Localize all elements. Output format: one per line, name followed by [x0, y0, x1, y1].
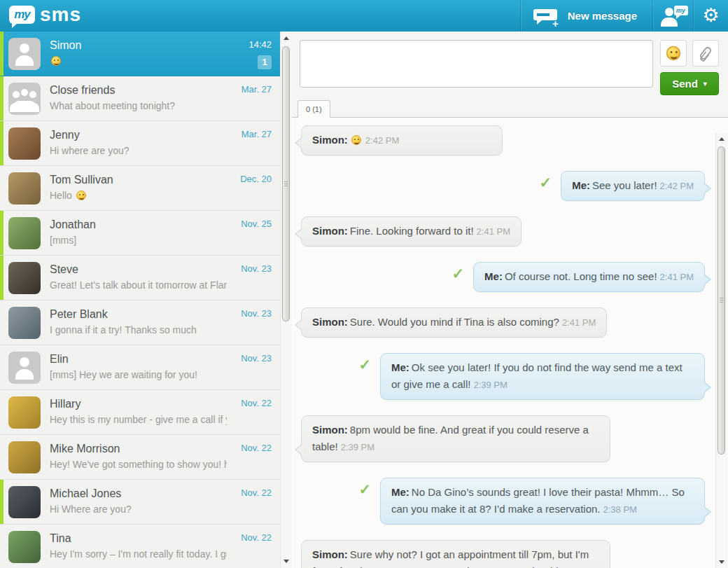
- message-text: Of course not. Long time no see!: [505, 270, 657, 282]
- incoming-message-bubble: Simon:2:42 PM: [301, 125, 503, 155]
- conversation-row[interactable]: Tom SullivanHello Dec. 20: [0, 166, 280, 211]
- message-preview: Great! Let's talk about it tomorrow at F…: [50, 279, 227, 292]
- send-button[interactable]: Send ▾: [660, 72, 719, 95]
- conversation-date: Nov. 22: [227, 487, 272, 499]
- chat-panel: Send ▾ 0 (1) Simon:2:42 PM✓Me:See you la…: [292, 32, 728, 568]
- conversation-row[interactable]: HillaryHey this is my number - give me a…: [0, 390, 280, 435]
- message-sender: Me:: [484, 270, 503, 282]
- emoji-button[interactable]: [660, 40, 687, 67]
- message-input[interactable]: [300, 40, 653, 88]
- incoming-message-bubble: Simon:8pm would be fine. And great if yo…: [301, 415, 610, 462]
- conversation-meta: Nov. 22: [227, 441, 272, 479]
- smiley-emoji-icon: [76, 191, 86, 200]
- conversation-meta: Dec. 20: [227, 172, 272, 210]
- attachment-icon: [699, 46, 713, 61]
- conversation-row[interactable]: Simon14:421: [0, 32, 280, 76]
- mysms-contacts-button[interactable]: my: [652, 0, 693, 32]
- conversation-row[interactable]: Elin[mms] Hey we are waiting for you!Nov…: [0, 345, 280, 390]
- message-sender: Me:: [391, 486, 410, 498]
- delivered-check-icon: ✓: [358, 482, 371, 497]
- conversation-row[interactable]: Mike MorrisonHey! We've got something to…: [0, 435, 280, 480]
- conversation-row[interactable]: Michael JonesHi Where are you?Nov. 22: [0, 480, 280, 525]
- avatar-photo: [8, 127, 41, 160]
- conversation-info: JennyHi where are you?: [50, 127, 227, 165]
- conversation-info: Close friendsWhat about meeting tonight?: [50, 83, 227, 120]
- conversation-date: Nov. 23: [227, 263, 272, 275]
- conversation-meta: Mar. 27: [227, 83, 272, 120]
- message: Simon:Sure why not? I got an appointment…: [301, 540, 705, 568]
- avatar-photo: [8, 531, 41, 563]
- avatar-photo: [8, 441, 41, 473]
- scroll-up-arrow[interactable]: [716, 134, 727, 144]
- conversation-row[interactable]: Peter BlankI gonna if it a try! Thanks s…: [0, 300, 280, 345]
- scroll-down-arrow[interactable]: [281, 556, 292, 567]
- conversation-date: Nov. 22: [227, 443, 272, 454]
- compose-area: Send ▾: [300, 40, 719, 95]
- contact-name: Tom Sullivan: [50, 173, 227, 187]
- contact-name: Steve: [50, 263, 227, 277]
- message-preview: [mms] Hey we are waiting for you!: [50, 368, 227, 382]
- sidebar-scrollbar-thumb[interactable]: [282, 46, 290, 321]
- message-time: 2:39 PM: [341, 442, 374, 452]
- attach-button[interactable]: [692, 40, 719, 67]
- send-label: Send: [672, 78, 698, 90]
- incoming-message-bubble: Simon:Sure why not? I got an appointment…: [301, 540, 610, 568]
- char-counter-tab[interactable]: 0 (1): [298, 100, 330, 118]
- scroll-down-arrow[interactable]: [716, 557, 727, 567]
- message: Simon:Fine. Looking forward to it!2:41 P…: [301, 216, 705, 247]
- conversation-row[interactable]: SteveGreat! Let's talk about it tomorrow…: [0, 256, 280, 300]
- contact-name: Tina: [50, 532, 227, 546]
- new-message-button[interactable]: + New message: [520, 0, 652, 32]
- conversation-meta: Nov. 22: [227, 531, 272, 568]
- message-sender: Simon:: [312, 424, 348, 436]
- new-message-label: New message: [568, 10, 637, 22]
- conversation-info: Peter BlankI gonna if it a try! Thanks s…: [50, 307, 227, 345]
- incoming-message-bubble: Simon:Fine. Looking forward to it!2:41 P…: [301, 216, 522, 247]
- message: ✓Me:Of course not. Long time no see!2:41…: [301, 262, 705, 292]
- message-preview: Hi where are you?: [50, 144, 227, 158]
- messages-scrollbar[interactable]: [715, 133, 727, 568]
- group-avatar-icon: [8, 83, 41, 115]
- conversation-date: Nov. 23: [227, 353, 272, 364]
- message-preview: [mms]: [50, 234, 227, 247]
- conversation-row[interactable]: TinaHey I'm sorry – I'm not really fit t…: [0, 525, 280, 568]
- avatar-photo: [8, 396, 41, 429]
- conversation-meta: Nov. 22: [227, 486, 272, 524]
- message-preview: Hi Where are you?: [50, 503, 227, 516]
- conversation-date: Mar. 27: [227, 84, 272, 95]
- conversation-meta: 14:421: [227, 38, 272, 76]
- sidebar-scrollbar[interactable]: [280, 32, 292, 568]
- conversation-row[interactable]: JennyHi where are you?Mar. 27: [0, 121, 280, 166]
- delivered-check-icon: ✓: [540, 175, 552, 190]
- logo-bubble-icon: my: [9, 6, 35, 24]
- conversation-row[interactable]: Jonathan[mms]Nov. 25: [0, 211, 280, 256]
- message-time: 2:41 PM: [477, 226, 510, 237]
- avatar-photo: [8, 262, 41, 294]
- conversation-meta: Nov. 23: [227, 262, 272, 300]
- new-message-icon: +: [533, 7, 560, 25]
- logo-sms-text: sms: [40, 6, 81, 24]
- message-preview: Hello: [50, 189, 227, 202]
- message-text: Sure why not? I got an appointment till …: [312, 548, 589, 568]
- messages-scrollbar-thumb[interactable]: [718, 146, 725, 455]
- conversation-meta: Mar. 27: [227, 127, 272, 165]
- message-sender: Me:: [391, 361, 410, 373]
- conversation-date: Nov. 22: [227, 398, 272, 409]
- avatar-photo: [8, 172, 41, 205]
- message-preview: Hey! We've got something to show you! ht…: [50, 458, 227, 471]
- message-sender: Simon:: [312, 225, 348, 237]
- contact-name: Jenny: [50, 128, 227, 142]
- scroll-up-arrow[interactable]: [281, 33, 292, 43]
- message: Simon:Sure. Would you mind if Tina is al…: [301, 307, 705, 338]
- conversation-row[interactable]: Close friendsWhat about meeting tonight?…: [0, 76, 280, 121]
- contact-name: Hillary: [50, 397, 227, 411]
- settings-button[interactable]: ⚙: [693, 0, 728, 32]
- message-text: See you later!: [592, 179, 657, 191]
- contact-name: Michael Jones: [50, 487, 227, 501]
- message-preview: What about meeting tonight?: [50, 99, 227, 113]
- message-time: 2:39 PM: [473, 380, 507, 390]
- conversation-info: Michael JonesHi Where are you?: [50, 486, 227, 524]
- conversation-info: TinaHey I'm sorry – I'm not really fit t…: [50, 531, 227, 568]
- conversation-meta: Nov. 25: [227, 217, 272, 255]
- message-text: Ok see you later! If you do not find the…: [391, 361, 682, 390]
